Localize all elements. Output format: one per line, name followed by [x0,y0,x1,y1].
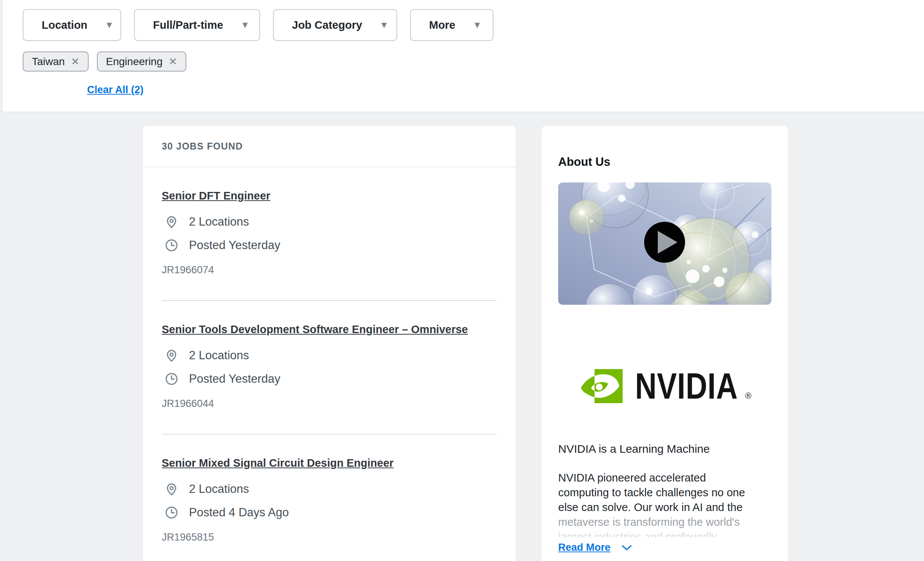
location-pin-icon [164,348,179,363]
clock-icon [164,371,179,386]
job-category-filter-label: Job Category [292,19,362,31]
results-count-label: 30 JOBS FOUND [162,141,243,152]
filter-dropdown-row: Location ▼ Full/Part-time ▼ Job Category… [23,9,506,41]
about-us-title: About Us [558,155,771,169]
job-posted-row: Posted Yesterday [162,371,497,386]
location-pin-icon [164,482,179,497]
job-list-item: Senior Tools Development Software Engine… [162,301,497,435]
job-title-link[interactable]: Senior Tools Development Software Engine… [162,322,468,337]
more-filters-dropdown[interactable]: More ▼ [410,9,493,41]
filter-pill-label: Engineering [106,56,162,68]
about-us-card: About Us [542,126,788,561]
filter-pill-engineering[interactable]: Engineering ✕ [97,51,186,72]
job-posted-text: Posted 4 Days Ago [189,506,289,519]
chevron-down-icon[interactable] [622,545,632,551]
network-spheres-image [558,182,771,305]
job-locations-text: 2 Locations [189,482,249,496]
play-button[interactable] [644,222,685,263]
nvidia-wordmark: NVIDIA [635,369,738,403]
fullparttime-filter-dropdown[interactable]: Full/Part-time ▼ [134,9,260,41]
more-filters-label: More [429,19,455,31]
job-title-link[interactable]: Senior Mixed Signal Circuit Design Engin… [162,456,393,470]
clock-icon [164,505,179,520]
job-req-id: JR1965815 [162,531,497,543]
location-filter-dropdown[interactable]: Location ▼ [23,9,121,41]
registered-trademark-symbol: ® [745,391,751,401]
job-list-item: Senior Mixed Signal Circuit Design Engin… [162,435,497,561]
job-req-id: JR1966074 [162,264,497,276]
job-results-card: 30 JOBS FOUND Senior DFT Engineer 2 Loca… [143,126,516,561]
fullparttime-filter-label: Full/Part-time [153,19,223,31]
job-title-link[interactable]: Senior DFT Engineer [162,189,270,203]
job-locations-text: 2 Locations [189,349,249,362]
location-filter-label: Location [42,19,87,31]
about-description-line-faded: largest industries and profoundly [558,530,771,537]
job-locations-row: 2 Locations [162,348,497,363]
job-posted-text: Posted Yesterday [189,372,280,386]
job-locations-text: 2 Locations [189,215,249,229]
filter-pill-label: Taiwan [32,56,65,68]
location-pin-icon [164,214,179,229]
job-posted-row: Posted 4 Days Ago [162,505,497,520]
clear-all-link[interactable]: Clear All (2) [87,84,144,96]
job-locations-row: 2 Locations [162,482,497,497]
job-list-item: Senior DFT Engineer 2 Locations Posted Y… [162,167,497,301]
remove-filter-icon[interactable]: ✕ [71,56,80,68]
about-description-line: NVIDIA pioneered accelerated [558,471,771,485]
nvidia-logo: NVIDIA ® [558,369,771,403]
clock-icon [164,238,179,253]
caret-down-icon: ▼ [473,20,482,30]
job-posted-row: Posted Yesterday [162,238,497,253]
caret-down-icon: ▼ [105,20,114,30]
about-video-thumbnail[interactable] [558,182,771,305]
about-description-line: metaverse is transforming the world's [558,515,771,530]
results-header: 30 JOBS FOUND [143,126,516,167]
remove-filter-icon[interactable]: ✕ [169,56,177,68]
job-locations-row: 2 Locations [162,214,497,229]
job-posted-text: Posted Yesterday [189,238,280,252]
about-tagline: NVIDIA is a Learning Machine [558,443,771,455]
filter-panel: Location ▼ Full/Part-time ▼ Job Category… [3,0,924,112]
job-req-id: JR1966044 [162,398,497,410]
job-category-filter-dropdown[interactable]: Job Category ▼ [273,9,397,41]
read-more-row: Read More [558,542,771,553]
read-more-link[interactable]: Read More [558,542,610,553]
caret-down-icon: ▼ [240,20,250,30]
about-description: NVIDIA pioneered accelerated computing t… [558,471,771,537]
filter-pill-taiwan[interactable]: Taiwan ✕ [23,51,89,72]
caret-down-icon: ▼ [379,20,389,30]
about-description-line: else can solve. Our work in AI and the [558,500,771,515]
applied-filters-row: Taiwan ✕ Engineering ✕ [23,51,195,72]
nvidia-eye-icon [578,369,624,403]
about-description-line: computing to tackle challenges no one [558,485,771,500]
